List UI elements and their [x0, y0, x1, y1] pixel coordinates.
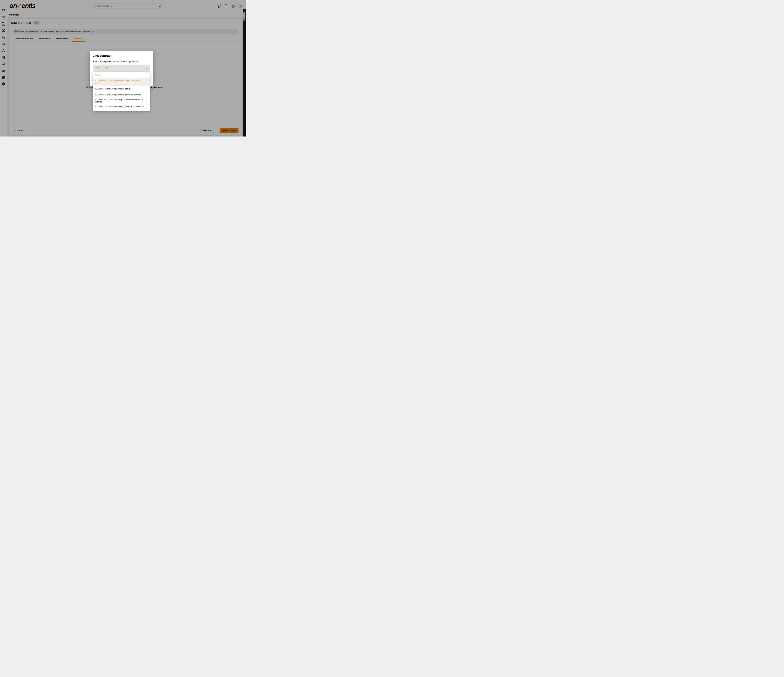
- dropdown-option-label: 00000002 - Contract for supply of miscel…: [95, 98, 145, 103]
- dropdown-search-input[interactable]: [95, 74, 148, 76]
- contract-select-label: Select contract: [95, 66, 108, 68]
- check-icon: ✓: [146, 81, 148, 83]
- dropdown-option-label: 00000003 - Contract for provision of cou…: [95, 93, 141, 96]
- dropdown-option-label: 00000005 - Contract for provision of pos…: [95, 79, 145, 84]
- contract-dropdown: 00000005 - Contract for provision of pos…: [93, 72, 150, 111]
- scrollbar-track[interactable]: [243, 9, 246, 137]
- dropdown-option[interactable]: 00000002 - Contract for supply of miscel…: [93, 98, 150, 104]
- app-root: { "accent": "#EF8109", "topbar": { "logo…: [0, 0, 246, 137]
- dropdown-search: [93, 72, 150, 78]
- dropdown-option[interactable]: 00000005 - Contract for provision of pos…: [93, 78, 150, 86]
- modal-title: Link contract: [93, 54, 111, 57]
- dropdown-option-label: 00000004 - Contract for provision of fue…: [95, 88, 131, 90]
- dropdown-option[interactable]: 00000004 - Contract for provision of fue…: [93, 86, 150, 92]
- dropdown-options: 00000005 - Contract for provision of pos…: [93, 78, 150, 110]
- contract-select[interactable]: Select contract: [93, 65, 150, 72]
- modal-subtitle: Select existing contract to link with th…: [93, 61, 138, 63]
- dropdown-option-label: 00000001 - Contract for supply of platfo…: [95, 106, 144, 108]
- chevron-up-icon: [145, 68, 147, 69]
- dropdown-option[interactable]: 00000001 - Contract for supply of platfo…: [93, 104, 150, 110]
- scrollbar-thumb[interactable]: [243, 12, 246, 21]
- dropdown-option[interactable]: 00000003 - Contract for provision of cou…: [93, 92, 150, 98]
